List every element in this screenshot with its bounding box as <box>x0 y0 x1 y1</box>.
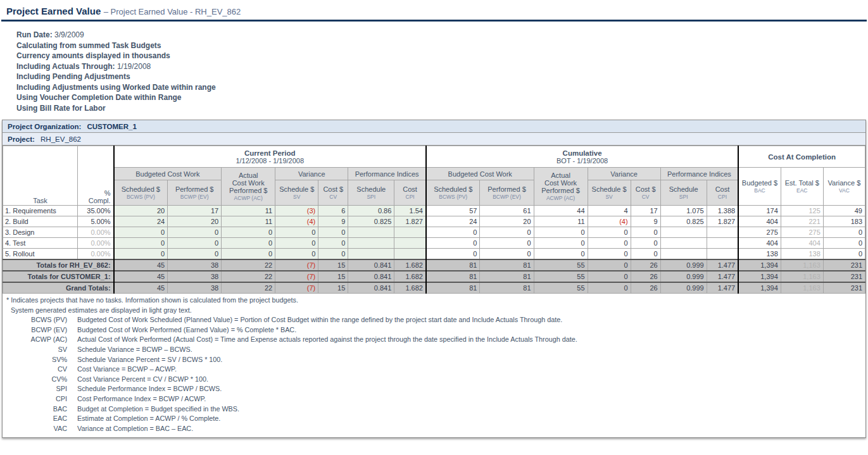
cell-cum-cpi: 1.827 <box>707 216 738 227</box>
cell-cum-sv: (4) <box>588 216 631 227</box>
group-header-cum-budgeted-cost-work: Budgeted Cost Work <box>426 168 534 180</box>
run-setting-label: Including Pending Adjustments <box>16 72 130 81</box>
cell-cp-sv: 0 <box>275 238 318 249</box>
cell-cac-vac: 231 <box>823 259 865 271</box>
col-header-cp-bcwp: Performed $BCWP (EV) <box>168 180 222 206</box>
cell-cum-bcwp: 0 <box>480 238 534 249</box>
run-setting-label: Calculating from summed Task Budgets <box>16 41 161 50</box>
cell-cum-bcwp: 81 <box>480 271 534 282</box>
cell-cum-bcws: 81 <box>426 259 480 271</box>
cell-cac-bac: 404 <box>738 216 781 227</box>
run-setting-label: Using Voucher Completion Date within Ran… <box>16 93 181 102</box>
cell-cum-bcwp: 81 <box>480 282 534 294</box>
cell-cp-bcws: 0 <box>114 249 168 259</box>
definition-term: VAC <box>6 424 67 434</box>
cell-cp-cv: 15 <box>318 271 348 282</box>
cell-cum-cpi: 1.477 <box>707 271 738 282</box>
cell-cum-cv: 26 <box>631 259 660 271</box>
cell-cac-bac: 174 <box>738 206 781 216</box>
cell-cp-bcwp: 0 <box>168 227 222 238</box>
totals-label: Totals for CUSTOMER_1: <box>3 271 114 282</box>
col-header-cp-cpi: CostCPI <box>394 180 426 206</box>
cell-cac-eac: 275 <box>781 227 823 238</box>
cell-cum-acwp: 0 <box>534 227 588 238</box>
group-header-cum-variance: Variance <box>588 168 660 180</box>
definition-row: EACEstimate at Completion = ACWP / % Com… <box>6 414 862 424</box>
group-header-cp-budgeted-cost-work: Budgeted Cost Work <box>114 168 222 180</box>
cell-cum-sv: 0 <box>588 259 631 271</box>
cell-cac-vac: 49 <box>823 206 865 216</box>
cell-cum-bcwp: 81 <box>480 259 534 271</box>
cell-cum-cpi <box>707 249 738 259</box>
cell-cum-spi: 0.999 <box>660 271 707 282</box>
cell-cum-spi: 0.999 <box>660 282 707 294</box>
cell-cum-acwp: 55 <box>534 282 588 294</box>
cell-cp-sv: 0 <box>275 249 318 259</box>
cell-cum-cpi: 1.477 <box>707 259 738 271</box>
cell-cp-cpi <box>394 249 426 259</box>
task-row: 3. Design0.00%00000000002752750 <box>3 227 865 238</box>
run-setting-label: Including Adjustments using Worked Date … <box>16 83 216 92</box>
cell-cp-cv: 0 <box>318 227 348 238</box>
definition-term: ACWP (AC) <box>6 335 67 345</box>
definition-term: EAC <box>6 414 67 424</box>
footnote-line: * Indicates projects that have no tasks.… <box>6 296 862 306</box>
report-title: Project Earned Value <box>6 6 101 16</box>
cell-cp-bcws: 0 <box>114 238 168 249</box>
cell-pct-complete: 0.00% <box>78 227 114 238</box>
cell-cac-bac: 275 <box>738 227 781 238</box>
cell-cp-bcwp: 0 <box>168 249 222 259</box>
cell-cp-cpi <box>394 238 426 249</box>
cell-cac-eac: 1,163 <box>781 282 823 294</box>
cell-cp-acwp: 0 <box>222 238 275 249</box>
cell-cp-sv: 0 <box>275 227 318 238</box>
cell-cp-acwp: 0 <box>222 249 275 259</box>
definition-text: Schedule Performance Index = BCWP / BCWS… <box>77 384 222 394</box>
cell-cum-bcwp: 20 <box>480 216 534 227</box>
run-setting-label: Using Bill Rate for Labor <box>16 104 106 113</box>
cell-task: 1. Requirements <box>3 206 78 216</box>
cell-cum-acwp: 0 <box>534 238 588 249</box>
run-setting-line: Including Pending Adjustments <box>16 72 868 82</box>
totals-row: Grand Totals:453822(7)150.8411.682818155… <box>3 282 865 294</box>
definition-text: Cost Variance Percent = CV / BCWP * 100. <box>77 375 208 385</box>
col-header-cp-bcws: Scheduled $BCWS (PV) <box>114 180 168 206</box>
definition-row: ACWP (AC)Actual Cost of Work Performed (… <box>6 335 862 345</box>
cell-cac-bac: 138 <box>738 249 781 259</box>
cell-cp-sv: (7) <box>275 271 318 282</box>
definition-term: SPI <box>6 384 67 394</box>
cell-cum-sv: 0 <box>588 238 631 249</box>
cell-cum-spi: 0.999 <box>660 259 707 271</box>
cell-cp-spi <box>348 249 394 259</box>
run-setting-line: Using Bill Rate for Labor <box>16 103 868 114</box>
table-body: 1. Requirements35.00%201711(3)60.861.545… <box>3 206 865 294</box>
section-header-cumulative: Cumulative BOT - 1/19/2008 <box>426 146 738 168</box>
cell-cac-eac: 404 <box>781 238 823 249</box>
cell-cp-sv: (4) <box>275 216 318 227</box>
definition-text: Actual Cost of Work Performed (Actual Co… <box>77 335 577 345</box>
cell-pct-complete: 35.00% <box>78 206 114 216</box>
cell-cum-cv: 9 <box>631 216 660 227</box>
earned-value-table: Task % Compl. Current Period 1/12/2008 -… <box>3 146 865 294</box>
cell-cp-cv: 15 <box>318 282 348 294</box>
cell-cum-bcwp: 61 <box>480 206 534 216</box>
report-subtitle: – Project Earned Value - RH_EV_862 <box>104 7 241 16</box>
run-setting-line: Including Actuals Through: 1/19/2008 <box>16 61 868 72</box>
cell-cp-acwp: 22 <box>222 282 275 294</box>
cell-cum-cv: 26 <box>631 282 660 294</box>
definition-term: CPI <box>6 394 67 404</box>
cell-cum-bcwp: 0 <box>480 249 534 259</box>
cell-cum-spi: 1.075 <box>660 206 707 216</box>
cell-cp-spi: 0.825 <box>348 216 394 227</box>
cell-cum-cpi: 1.388 <box>707 206 738 216</box>
cell-cp-cv: 9 <box>318 216 348 227</box>
cell-cp-cv: 0 <box>318 249 348 259</box>
section-header-cost-at-completion: Cost At Completion <box>738 146 865 168</box>
definition-row: SPISchedule Performance Index = BCWP / B… <box>6 384 862 394</box>
col-header-cum-acwp: Actual Cost Work Performed $ ACWP (AC) <box>534 168 588 206</box>
cell-cac-bac: 404 <box>738 238 781 249</box>
cell-cp-bcwp: 20 <box>168 216 222 227</box>
run-setting-value: 1/19/2008 <box>115 62 151 71</box>
definition-text: Budgeted Cost of Work Scheduled (Planned… <box>77 315 562 325</box>
group-header-cum-performance-indices: Performance Indices <box>660 168 738 180</box>
